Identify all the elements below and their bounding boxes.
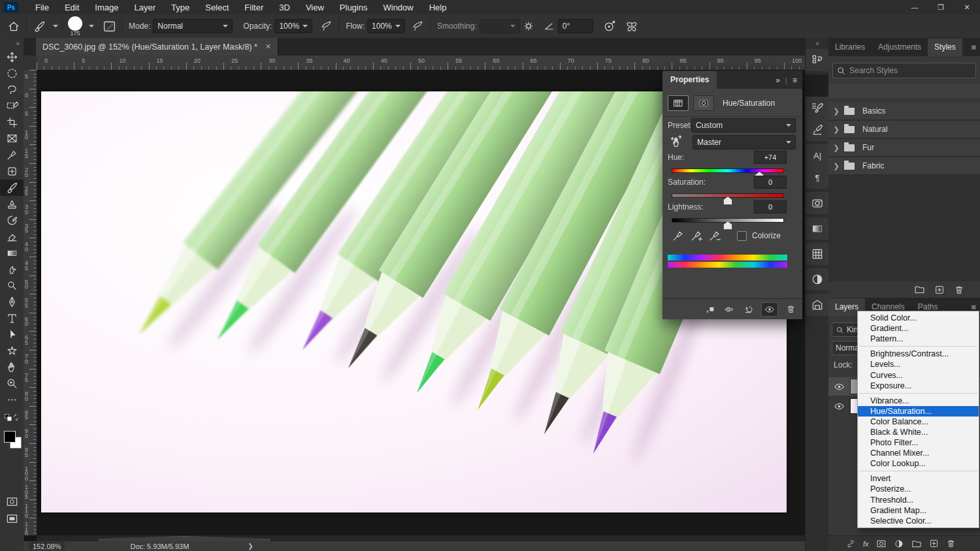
menu-item-view[interactable]: View (298, 0, 332, 14)
swap-colors-icon[interactable] (0, 409, 24, 426)
menu-item-vibrance-[interactable]: Vibrance... (858, 396, 979, 406)
gradient-tool[interactable] (0, 245, 24, 261)
document-tab[interactable]: DSC_3060.jpg @ 152% (Hue/Saturation 1, L… (36, 38, 278, 55)
rotate-view-panel-icon[interactable] (806, 268, 829, 291)
move-tool[interactable] (0, 49, 24, 65)
type-tool[interactable] (0, 310, 24, 326)
brush-angle-input[interactable]: 0° (558, 19, 593, 33)
menu-item-invert[interactable]: Invert (858, 473, 979, 484)
eye-icon[interactable] (834, 401, 845, 412)
layer-fx-icon[interactable]: fx (863, 540, 869, 548)
properties-tab[interactable]: Properties (662, 71, 717, 89)
smudge-tool[interactable] (0, 261, 24, 277)
shape-tool[interactable] (0, 343, 24, 359)
panel-menu-icon[interactable]: ≡ (792, 76, 797, 85)
close-button[interactable]: ✕ (954, 0, 980, 14)
menu-item-solid-color-[interactable]: Solid Color... (858, 313, 979, 323)
chevron-right-icon[interactable]: ❯ (828, 125, 844, 134)
home-icon[interactable] (5, 18, 22, 35)
menu-item-selective-color-[interactable]: Selective Color... (858, 516, 979, 526)
tab-adjustments[interactable]: Adjustments (872, 39, 928, 56)
clone-stamp-tool[interactable] (0, 196, 24, 212)
menu-item-levels-[interactable]: Levels... (858, 359, 979, 370)
menu-item-window[interactable]: Window (375, 0, 421, 14)
delete-layer-trash-icon[interactable] (946, 539, 956, 548)
eyedropper-minus-icon[interactable] (708, 229, 721, 242)
mask-badge-icon[interactable] (693, 95, 714, 111)
menu-item-threshold-[interactable]: Threshold... (858, 495, 979, 505)
chevron-right-icon[interactable]: ❯ (828, 107, 844, 116)
chevron-right-icon[interactable]: ❯ (828, 162, 844, 170)
restore-button[interactable]: ❐ (928, 0, 954, 14)
symmetry-icon[interactable] (623, 18, 640, 35)
lasso-tool[interactable] (0, 82, 24, 98)
panel-collapse-icon[interactable]: » (776, 76, 780, 85)
slider-value-box[interactable]: +74 (754, 151, 787, 164)
view-previous-state-icon[interactable] (723, 304, 735, 315)
horizontal-scrollbar[interactable] (37, 535, 805, 541)
more-tool[interactable] (0, 392, 24, 408)
menu-item-channel-mixer-[interactable]: Channel Mixer... (858, 448, 979, 458)
layer-visibility-toggle[interactable] (761, 302, 778, 317)
style-folder-natural[interactable]: ❯Natural (828, 121, 980, 138)
targeted-adjustment-icon[interactable] (669, 134, 683, 149)
new-layer-icon[interactable] (929, 539, 939, 548)
menu-item-color-lookup-[interactable]: Color Lookup... (858, 458, 979, 469)
properties-panel-icon[interactable] (806, 74, 829, 97)
zoom-tool[interactable] (0, 375, 24, 392)
horizontal-ruler[interactable]: 0510152025303540455055606570758085909510… (37, 55, 805, 71)
menu-item-photo-filter-[interactable]: Photo Filter... (858, 437, 979, 448)
tab-libraries[interactable]: Libraries (828, 39, 872, 56)
eyedropper-plus-icon[interactable] (690, 229, 703, 242)
screen-mode-icon[interactable] (0, 511, 24, 527)
eraser-tool[interactable] (0, 228, 24, 245)
status-zoom-level[interactable]: 152.08% (29, 542, 65, 550)
new-style-icon[interactable] (934, 285, 945, 295)
menu-item-layer[interactable]: Layer (127, 0, 164, 14)
brush-settings-panel-icon[interactable] (806, 97, 829, 119)
colorize-checkbox[interactable] (737, 231, 747, 241)
history-panel-icon[interactable] (806, 49, 829, 71)
eye-icon[interactable] (834, 381, 845, 392)
menu-item-curves-[interactable]: Curves... (858, 370, 979, 380)
brushes-panel-icon[interactable] (806, 119, 829, 141)
menu-item-hue-saturation-[interactable]: Hue/Saturation... (858, 406, 979, 417)
airbrush-icon[interactable] (409, 18, 426, 35)
new-group-folder-icon[interactable] (914, 284, 925, 295)
menu-item-exposure-[interactable]: Exposure... (858, 381, 979, 391)
dodge-tool[interactable] (0, 277, 24, 294)
brush-settings-panel-toggle-icon[interactable] (101, 18, 118, 35)
toolbar-collapse-icon[interactable]: » (0, 38, 24, 49)
camera-panel-icon[interactable] (806, 192, 829, 214)
slider-value-box[interactable]: 0 (754, 176, 787, 189)
document-tab-close-icon[interactable]: ✕ (265, 42, 271, 51)
menu-item-filter[interactable]: Filter (237, 0, 271, 14)
minimize-button[interactable]: — (902, 0, 928, 14)
object-selection-tool[interactable] (0, 98, 24, 114)
foreground-color-swatch[interactable] (4, 431, 16, 443)
menu-item-file[interactable]: File (27, 0, 57, 14)
link-layers-icon[interactable] (845, 539, 856, 549)
delete-style-trash-icon[interactable] (954, 285, 964, 295)
brush-size-preview[interactable]: 175 (68, 16, 82, 36)
menu-item-3d[interactable]: 3D (271, 0, 298, 14)
menu-item-gradient-map-[interactable]: Gradient Map... (858, 505, 979, 516)
path-select-tool[interactable] (0, 326, 24, 343)
menu-item-help[interactable]: Help (421, 0, 455, 14)
clip-to-layer-icon[interactable] (705, 304, 715, 315)
menu-item-gradient-[interactable]: Gradient... (858, 323, 979, 334)
reset-adjustment-icon[interactable] (743, 304, 753, 315)
history-brush-tool[interactable] (0, 212, 24, 228)
chevron-right-icon[interactable]: ❯ (828, 144, 844, 152)
style-folder-fur[interactable]: ❯Fur (828, 139, 980, 156)
styles-search-field[interactable]: Search Styles (832, 63, 976, 78)
menu-item-type[interactable]: Type (163, 0, 197, 14)
menu-item-select[interactable]: Select (197, 0, 237, 14)
style-folder-fabric[interactable]: ❯Fabric (828, 157, 980, 174)
gradient-swatch-panel-icon[interactable] (806, 217, 829, 240)
delete-adjustment-trash-icon[interactable] (786, 304, 796, 314)
blend-mode-select[interactable]: Normal (153, 19, 233, 33)
pen-tool[interactable] (0, 294, 24, 310)
pressure-opacity-icon[interactable] (318, 18, 335, 35)
chevron-down-icon[interactable] (53, 25, 58, 27)
